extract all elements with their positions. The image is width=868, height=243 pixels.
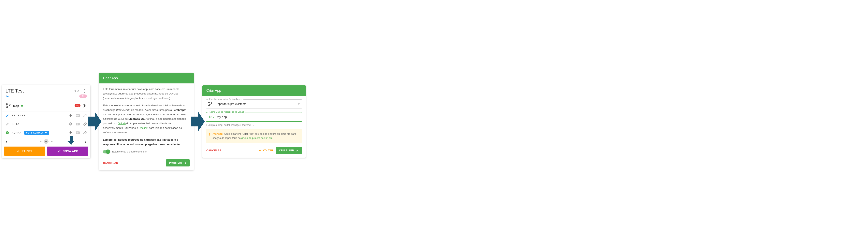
activity-icon[interactable] [76,122,80,126]
version-chip-text: 0.24.8-ALPHA.15 [26,131,43,134]
branch-row: map 46 [2,100,90,111]
back-button-label: VOLTAR [263,149,273,152]
status-dot-icon [21,105,23,107]
svg-rect-14 [18,150,19,152]
create-app-button[interactable]: CRIAR APP [276,147,302,154]
tutorial-arrow-down-icon [67,135,76,145]
chevron-left-icon[interactable]: ‹ [6,139,7,144]
consent-label: Estou ciente e quero continuar. [112,150,147,154]
pencil-icon[interactable] [5,114,9,117]
dashboard-icon [17,150,20,153]
repo-name-input-wrap: Nome Unix do repositório no GitLab lte / [206,112,302,122]
link-icon[interactable] [83,122,87,126]
gear-icon[interactable] [69,114,72,117]
next-button[interactable]: PRÓXIMO [166,159,190,166]
pager-dot-active[interactable] [44,139,49,144]
svg-point-6 [70,115,71,116]
svg-point-20 [209,105,210,106]
select-value: Repositório pré-existente [215,100,296,108]
svg-point-4 [9,104,10,105]
people-icon [81,95,85,98]
field-label: Escolha um modelo (boilerplate)... [208,98,243,100]
svg-point-11 [70,132,71,133]
svg-point-18 [59,150,60,150]
svg-point-0 [82,95,83,96]
bug-count-badge[interactable]: 46 [74,104,81,107]
rocket-icon [45,131,47,134]
stage-row-alpha: ALPHA 0.24.8-ALPHA.15 [2,128,90,137]
docker-link[interactable]: Docker [139,126,147,129]
nova-app-button-label: NOVA APP [63,150,78,153]
warning-icon: ! [209,132,210,140]
flow-arrow-icon [191,110,205,133]
project-title: LTE Test [5,88,24,94]
gear-icon[interactable] [69,131,72,134]
help-text: Exemplos: blog, portal, manager, backend… [206,124,302,126]
back-button[interactable]: VOLTAR [259,149,273,152]
criar-app-dialog-step1: Criar App Esta ferramenta irá criar um n… [99,73,194,170]
dialog-paragraph: Lembre-se: nossos recursos de hardware s… [103,138,190,147]
dialog-title: Criar App [99,73,194,84]
chevron-down-icon: ▾ [298,102,300,106]
warning-box: ! Atenção! Após clicar em "Criar App" se… [206,129,302,143]
gear-icon[interactable] [69,122,72,126]
flow-arrow-icon [88,110,101,133]
dialog-paragraph: Esta ferramenta irá criar um novo app, c… [103,87,190,100]
repo-name-input[interactable] [216,113,300,121]
link-icon[interactable] [83,114,87,117]
git-branch-icon [208,101,213,107]
svg-point-21 [211,102,212,103]
stage-row-release: RELEASE [2,111,90,120]
svg-point-17 [60,150,61,151]
nova-app-button[interactable]: NOVA APP [47,147,88,156]
painel-button-label: PAINEL [22,150,33,153]
gitlab-link[interactable]: GitLab [118,122,126,125]
more-vert-icon[interactable]: ⋮ [83,88,87,93]
criar-app-dialog-step2: Criar App Escolha um modelo (boilerplate… [203,85,306,158]
cancel-button[interactable]: CANCELAR [103,161,118,164]
next-button-label: PRÓXIMO [169,161,182,164]
svg-point-8 [70,124,71,125]
cancel-button[interactable]: CANCELAR [206,149,221,152]
arrow-left-icon [259,149,262,152]
check-badge-icon[interactable] [5,131,9,134]
git-branch-icon [5,103,11,109]
branch-name: map [13,104,19,108]
svg-rect-13 [17,151,18,152]
svg-rect-15 [19,151,19,152]
pager-dot[interactable] [51,141,53,142]
stage-row-beta: BETA [2,120,90,128]
painel-button[interactable]: PAINEL [4,147,45,156]
card-header: LTE Test < > ⋮ lte [2,85,90,100]
stage-label: RELEASE [12,114,26,117]
activity-icon[interactable] [76,114,80,117]
gitlab-group-link[interactable]: grupo do projeto no GitLab [241,136,272,140]
field-label: Nome Unix do repositório no GitLab [208,111,245,113]
svg-point-1 [83,96,84,96]
link-icon[interactable] [83,131,87,134]
pager-dot[interactable] [40,141,41,142]
svg-point-5 [84,105,86,107]
dialog-title: Criar App [203,85,306,96]
create-app-button-label: CRIAR APP [279,149,294,152]
people-badge[interactable] [79,94,87,98]
chevron-right-icon[interactable]: › [85,139,86,144]
svg-point-2 [6,103,7,105]
dialog-paragraph: Este modelo irá conter uma estrutura de … [103,103,190,135]
magic-wand-icon [57,149,61,153]
svg-point-3 [6,107,7,108]
boilerplate-select[interactable]: Escolha um modelo (boilerplate)... Repos… [206,99,302,109]
svg-point-16 [60,150,60,150]
check-icon [296,149,299,152]
bug-icon[interactable] [83,103,87,108]
pager: ‹ › [2,137,90,146]
activity-icon[interactable] [76,131,80,134]
pencil-icon[interactable] [5,122,9,126]
consent-toggle[interactable] [103,150,110,153]
arrow-right-icon [183,161,187,164]
code-icon[interactable]: < > [74,88,79,93]
input-prefix: lte / [208,115,214,119]
stage-label: BETA [12,123,19,125]
version-chip[interactable]: 0.24.8-ALPHA.15 [24,131,49,135]
pager-dots [40,139,53,144]
